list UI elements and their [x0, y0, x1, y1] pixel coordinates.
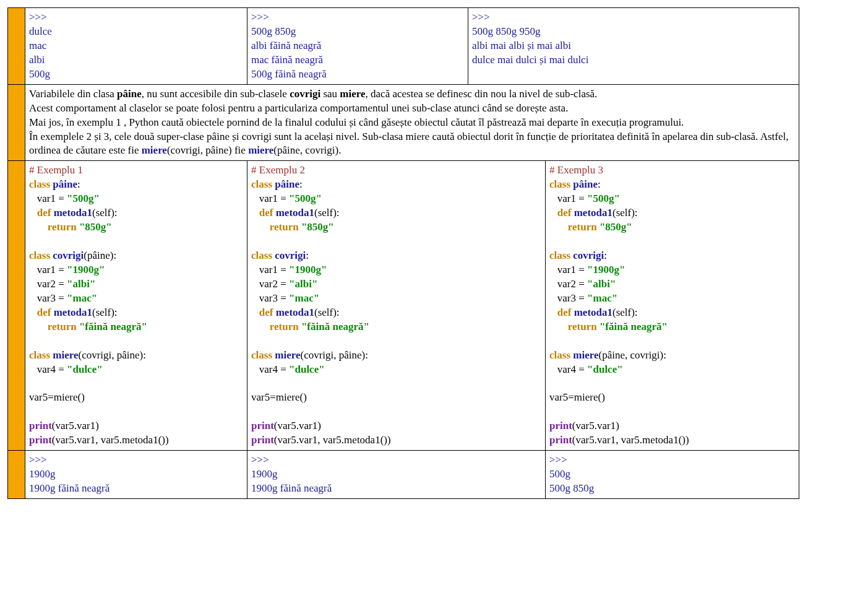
output-cell-1b: >>> 500g 850g albi făină neagră mac făin… — [247, 8, 468, 85]
t — [251, 321, 270, 332]
t: var1 = — [251, 193, 289, 204]
t: Mai jos, în exemplu 1 , Python caută obi… — [29, 116, 684, 128]
output-text: >>> 1900g 1900g făină neagră — [251, 453, 541, 496]
row-marker — [8, 8, 25, 85]
fn: print — [251, 420, 274, 432]
kw: def — [37, 207, 51, 219]
output-text: >>> 1900g 1900g făină neagră — [29, 453, 243, 496]
t: Variabilele din clasa — [29, 88, 117, 100]
output-cell-1a: >>> dulce mac albi 500g — [25, 8, 247, 85]
t: var2 = — [251, 278, 289, 290]
str: "500g" — [587, 193, 620, 204]
kw: return — [270, 321, 299, 332]
t — [549, 306, 557, 318]
t: (covrigi, pâine) fie — [167, 144, 248, 156]
kw: def — [259, 306, 273, 318]
t: (self): — [612, 306, 638, 318]
code-block: # Exemplu 3 class pâine: var1 = "500g" d… — [549, 163, 795, 448]
str: "făină neagră" — [599, 321, 668, 332]
t: sau — [320, 88, 340, 100]
t: (var5.var1) — [52, 420, 99, 432]
kw: class — [251, 178, 272, 190]
t: var3 = — [251, 292, 289, 304]
t: var4 = — [251, 363, 289, 375]
kw: class — [549, 178, 570, 190]
t: var1 = — [29, 264, 67, 275]
kw: return — [48, 221, 77, 233]
kw: class — [251, 349, 272, 361]
classname: miere — [275, 349, 300, 361]
t: (self): — [314, 306, 340, 318]
t: , nu sunt accesibile din sub-clasele — [142, 88, 290, 100]
document-table: >>> dulce mac albi 500g >>> 500g 850g al… — [7, 7, 799, 499]
kw: def — [37, 306, 51, 318]
str: "albi" — [587, 278, 616, 290]
kw: class — [549, 349, 570, 361]
comment: # Exemplu 1 — [29, 164, 83, 176]
bold: covrigi — [290, 88, 320, 100]
t: (var5.var1, var5.metoda1()) — [572, 434, 689, 446]
row-marker — [8, 161, 25, 451]
kw: def — [557, 207, 572, 219]
str: "dulce" — [289, 363, 325, 375]
t — [251, 207, 259, 219]
str: "500g" — [289, 193, 322, 204]
t: (var5.var1, var5.metoda1()) — [52, 434, 169, 446]
str: "1900g" — [587, 264, 625, 275]
classname: pâine — [275, 178, 299, 190]
kw: return — [270, 221, 299, 233]
t: var2 = — [549, 278, 587, 290]
t: : — [299, 178, 303, 190]
t: var4 = — [549, 363, 587, 375]
t — [29, 321, 48, 332]
code-block: # Exemplu 1 class pâine: var1 = "500g" d… — [29, 163, 243, 448]
output-cell-2b: >>> 1900g 1900g făină neagră — [247, 451, 546, 499]
classname: pâine — [573, 178, 598, 190]
t: var1 = — [549, 193, 587, 204]
keyword: miere — [248, 144, 273, 156]
t: (var5.var1, var5.metoda1()) — [274, 434, 391, 446]
fn: metoda1 — [276, 207, 314, 219]
t — [549, 207, 557, 219]
t: (pâine, covrigi): — [598, 349, 666, 361]
output-text: >>> 500g 850g 950g albi mai albi și mai … — [472, 11, 795, 67]
kw: class — [549, 249, 570, 261]
output-text: >>> dulce mac albi 500g — [29, 11, 243, 82]
str: "mac" — [289, 292, 319, 304]
t: : — [306, 249, 309, 261]
comment: # Exemplu 2 — [251, 164, 305, 176]
row-marker — [8, 84, 25, 161]
bold: miere — [340, 88, 365, 100]
output-cell-2c: >>> 500g 500g 850g — [546, 451, 799, 499]
t: var1 = — [251, 264, 289, 275]
str: "1900g" — [289, 264, 327, 275]
t: var2 = — [29, 278, 67, 290]
t: var5=miere() — [549, 391, 605, 403]
t — [549, 321, 568, 332]
str: "mac" — [67, 292, 97, 304]
code-row: # Exemplu 1 class pâine: var1 = "500g" d… — [8, 161, 799, 451]
t: (var5.var1) — [572, 420, 619, 432]
classname: pâine — [53, 178, 77, 190]
kw: return — [568, 221, 597, 233]
t: (self): — [92, 306, 118, 318]
kw: def — [557, 306, 572, 318]
classname: miere — [573, 349, 598, 361]
t: var1 = — [29, 193, 67, 204]
kw: def — [259, 207, 273, 219]
t — [251, 306, 259, 318]
t: var3 = — [29, 292, 67, 304]
str: "850g" — [599, 221, 632, 233]
t: , dacă acestea se definesc din nou la ni… — [366, 88, 598, 100]
kw: class — [29, 178, 50, 190]
kw: class — [251, 249, 272, 261]
classname: covrigi — [53, 249, 84, 261]
kw: class — [29, 249, 50, 261]
fn: print — [29, 420, 52, 432]
fn: metoda1 — [276, 306, 314, 318]
code-cell-ex1: # Exemplu 1 class pâine: var1 = "500g" d… — [25, 161, 247, 451]
t: Acest comportament al claselor se poate … — [29, 102, 568, 114]
t — [29, 221, 48, 233]
t — [29, 306, 37, 318]
classname: covrigi — [275, 249, 306, 261]
